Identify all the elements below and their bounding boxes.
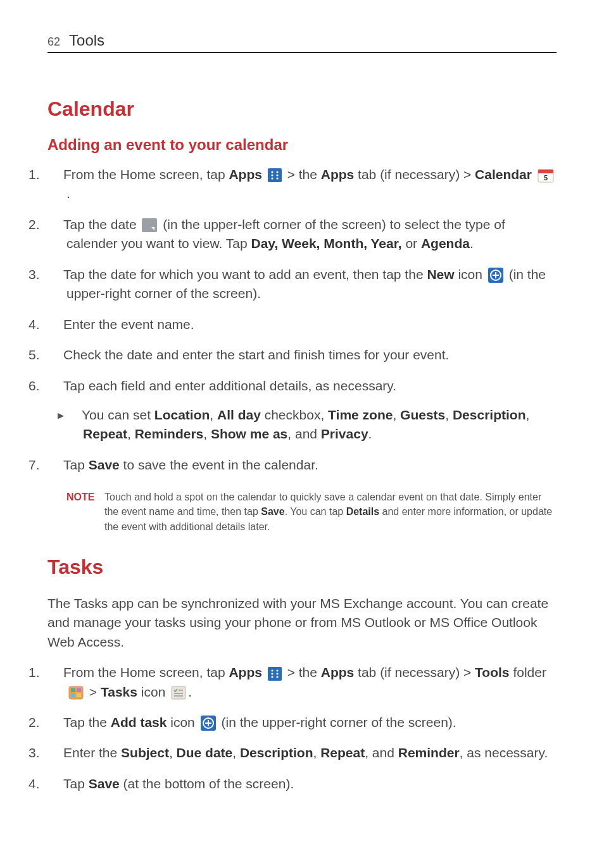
text: folder [510, 665, 546, 679]
text: Tap [63, 457, 89, 472]
calendar-step-1: 1.From the Home screen, tap Apps > the A… [47, 165, 557, 204]
subsection-adding-event: Adding an event to your calendar [47, 136, 557, 154]
calendar-step-6: 6.Tap each field and enter additional de… [47, 376, 557, 395]
text-bold: Day, Week, Month, Year, [251, 236, 401, 251]
text: tab (if necessary) > [354, 665, 475, 679]
text: . [188, 685, 192, 699]
text-bold: All day [217, 407, 261, 422]
svg-text:5: 5 [544, 174, 548, 182]
section-tasks-title: Tasks [47, 555, 557, 579]
text-bold: Due date [177, 745, 233, 760]
calendar-step-5: 5.Check the date and enter the start and… [47, 345, 557, 364]
text-bold: Add task [111, 715, 167, 729]
svg-rect-0 [268, 168, 282, 182]
step-number: 3. [47, 265, 63, 284]
text-bold: Show me as [211, 426, 287, 441]
step-number: 1. [47, 663, 63, 682]
text: , [232, 745, 240, 760]
text: , [525, 407, 529, 422]
text-bold: Save [261, 506, 284, 517]
svg-rect-27 [172, 686, 186, 699]
text: to save the event in the calendar. [120, 457, 318, 472]
text: (in the upper-right corner of the screen… [221, 715, 456, 729]
note-label: NOTE [66, 490, 104, 534]
step-number: 6. [47, 376, 63, 395]
text-bold: Privacy [321, 426, 368, 441]
text: . You can tap [285, 506, 346, 517]
svg-point-16 [271, 669, 273, 671]
svg-rect-26 [77, 693, 81, 697]
section-calendar-title: Calendar [47, 97, 557, 121]
calendar-step-2: 2.Tap the date (in the upper-left corner… [47, 215, 557, 254]
date-dropdown-icon [142, 218, 157, 232]
calendar-steps-list: 1.From the Home screen, tap Apps > the A… [47, 165, 557, 395]
header-title: Tools [69, 32, 104, 49]
calendar-step-7: 7.Tap Save to save the event in the cale… [47, 456, 557, 474]
text-bold: Details [346, 506, 379, 517]
svg-point-20 [271, 676, 273, 678]
page-number: 62 [47, 35, 60, 49]
text: > [89, 685, 101, 699]
svg-rect-23 [71, 688, 75, 692]
tasks-steps-list: 1.From the Home screen, tap Apps > the A… [47, 663, 557, 793]
text-bold: Reminder [398, 745, 460, 760]
calendar-step-3: 3.Tap the date for which you want to add… [47, 265, 557, 304]
text-bold: Apps [229, 167, 262, 182]
tasks-step-2: 2.Tap the Add task icon (in the upper-ri… [47, 713, 557, 732]
step-number: 2. [47, 713, 63, 732]
text-bold: Repeat [83, 426, 127, 441]
text-bold: Save [89, 457, 120, 472]
svg-point-18 [271, 673, 273, 674]
tasks-step-1: 1.From the Home screen, tap Apps > the A… [47, 663, 557, 702]
svg-rect-25 [71, 693, 75, 697]
svg-rect-10 [142, 218, 157, 232]
calendar-step-6-bullet: ▶You can set Location, All day checkbox,… [47, 406, 557, 444]
plus-add-icon [201, 716, 216, 731]
svg-point-6 [276, 178, 278, 180]
calendar-app-icon: 5 [538, 168, 554, 183]
text-bold: Agenda [421, 236, 470, 251]
text-bold: Guests [400, 407, 445, 422]
triangle-bullet-icon: ▶ [70, 410, 82, 422]
text-bold: Location [154, 407, 210, 422]
text-bold: Repeat [320, 745, 365, 760]
text-bold: Reminders [135, 426, 204, 441]
text: > the [287, 665, 321, 679]
svg-rect-15 [268, 667, 282, 681]
tasks-app-icon [171, 686, 186, 700]
step-number: 3. [47, 743, 63, 762]
text: Enter the [63, 745, 121, 760]
svg-point-3 [271, 175, 273, 177]
text: icon [167, 715, 198, 729]
step-number: 4. [47, 774, 63, 793]
text-bold: Calendar [475, 167, 532, 182]
text-bold: Apps [321, 665, 355, 679]
text: Tap each field and enter additional deta… [63, 378, 396, 393]
text: . [66, 186, 70, 201]
step-number: 7. [47, 456, 63, 474]
tools-folder-icon [68, 686, 84, 700]
text: , and [287, 426, 321, 441]
text: Tap the date for which you want to add a… [63, 267, 427, 282]
svg-point-1 [271, 171, 273, 173]
text: Tap the [63, 715, 111, 729]
step-number: 4. [47, 315, 63, 334]
tasks-intro: The Tasks app can be synchronized with y… [47, 594, 557, 652]
text: or [402, 236, 421, 251]
text: , [210, 407, 217, 422]
text: , [127, 426, 135, 441]
text-bold: Tools [475, 665, 509, 679]
text-bold: Tasks [101, 685, 137, 699]
calendar-steps-list-cont: 7.Tap Save to save the event in the cale… [47, 456, 557, 474]
text: , as necessary. [460, 745, 548, 760]
tasks-step-4: 4.Tap Save (at the bottom of the screen)… [47, 774, 557, 793]
text: , [393, 407, 400, 422]
svg-point-19 [276, 673, 278, 674]
text: From the Home screen, tap [63, 167, 229, 182]
text: Check the date and enter the start and f… [63, 347, 449, 362]
svg-point-4 [276, 175, 278, 177]
text: Tap the date [63, 217, 140, 232]
text-bold: Apps [321, 167, 355, 182]
text: . [368, 426, 372, 441]
apps-grid-icon [268, 168, 282, 182]
